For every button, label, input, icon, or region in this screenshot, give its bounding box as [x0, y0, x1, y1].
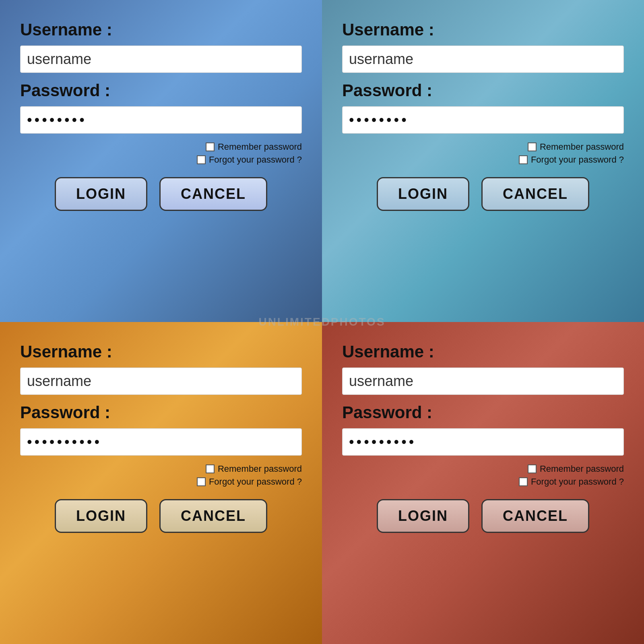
login-button-tl[interactable]: LOGIN [55, 177, 147, 211]
forgot-checkbox-br[interactable] [519, 477, 528, 486]
password-input-br[interactable] [342, 428, 624, 456]
cancel-button-br[interactable]: CANCEL [481, 499, 589, 533]
username-input-tl[interactable] [20, 45, 302, 73]
forgot-row-bl: Forgot your password ? [197, 477, 302, 487]
cancel-button-bl[interactable]: CANCEL [159, 499, 267, 533]
button-row-tr: LOGIN CANCEL [342, 177, 624, 211]
forgot-row-br: Forgot your password ? [519, 477, 624, 487]
forgot-row-tl: Forgot your password ? [197, 155, 302, 165]
username-input-br[interactable] [342, 367, 624, 395]
forgot-checkbox-tr[interactable] [519, 155, 528, 164]
password-input-tr[interactable] [342, 106, 624, 134]
panel-bottom-right: Username : Password : Remember password … [322, 322, 644, 644]
username-label-tl: Username : [20, 20, 302, 39]
password-label-br: Password : [342, 403, 624, 422]
password-label-tr: Password : [342, 81, 624, 100]
remember-row-br: Remember password [528, 464, 624, 474]
cancel-button-tl[interactable]: CANCEL [159, 177, 267, 211]
forgot-label-br: Forgot your password ? [531, 477, 624, 487]
button-row-br: LOGIN CANCEL [342, 499, 624, 533]
password-input-tl[interactable] [20, 106, 302, 134]
remember-checkbox-tl[interactable] [206, 142, 215, 151]
options-group-tr: Remember password Forgot your password ? [342, 142, 624, 165]
forgot-row-tr: Forgot your password ? [519, 155, 624, 165]
forgot-label-bl: Forgot your password ? [209, 477, 302, 487]
panel-top-left: Username : Password : Remember password … [0, 0, 322, 322]
username-input-bl[interactable] [20, 367, 302, 395]
remember-label-br: Remember password [540, 464, 624, 474]
password-label-tl: Password : [20, 81, 302, 100]
login-button-br[interactable]: LOGIN [377, 499, 469, 533]
cancel-button-tr[interactable]: CANCEL [481, 177, 589, 211]
button-row-bl: LOGIN CANCEL [20, 499, 302, 533]
username-label-br: Username : [342, 342, 624, 361]
forgot-checkbox-tl[interactable] [197, 155, 206, 164]
login-button-tr[interactable]: LOGIN [377, 177, 469, 211]
remember-label-tr: Remember password [540, 142, 624, 152]
options-group-bl: Remember password Forgot your password ? [20, 464, 302, 487]
panel-top-right: Username : Password : Remember password … [322, 0, 644, 322]
login-button-bl[interactable]: LOGIN [55, 499, 147, 533]
remember-label-tl: Remember password [218, 142, 302, 152]
username-input-tr[interactable] [342, 45, 624, 73]
forgot-label-tr: Forgot your password ? [531, 155, 624, 165]
remember-checkbox-bl[interactable] [206, 464, 215, 473]
remember-checkbox-br[interactable] [528, 464, 537, 473]
panel-bottom-left: Username : Password : Remember password … [0, 322, 322, 644]
options-group-br: Remember password Forgot your password ? [342, 464, 624, 487]
button-row-tl: LOGIN CANCEL [20, 177, 302, 211]
forgot-label-tl: Forgot your password ? [209, 155, 302, 165]
forgot-checkbox-bl[interactable] [197, 477, 206, 486]
username-label-tr: Username : [342, 20, 624, 39]
remember-row-tr: Remember password [528, 142, 624, 152]
password-input-bl[interactable] [20, 428, 302, 456]
username-label-bl: Username : [20, 342, 302, 361]
password-label-bl: Password : [20, 403, 302, 422]
remember-row-tl: Remember password [206, 142, 302, 152]
remember-checkbox-tr[interactable] [528, 142, 537, 151]
remember-row-bl: Remember password [206, 464, 302, 474]
options-group-tl: Remember password Forgot your password ? [20, 142, 302, 165]
remember-label-bl: Remember password [218, 464, 302, 474]
